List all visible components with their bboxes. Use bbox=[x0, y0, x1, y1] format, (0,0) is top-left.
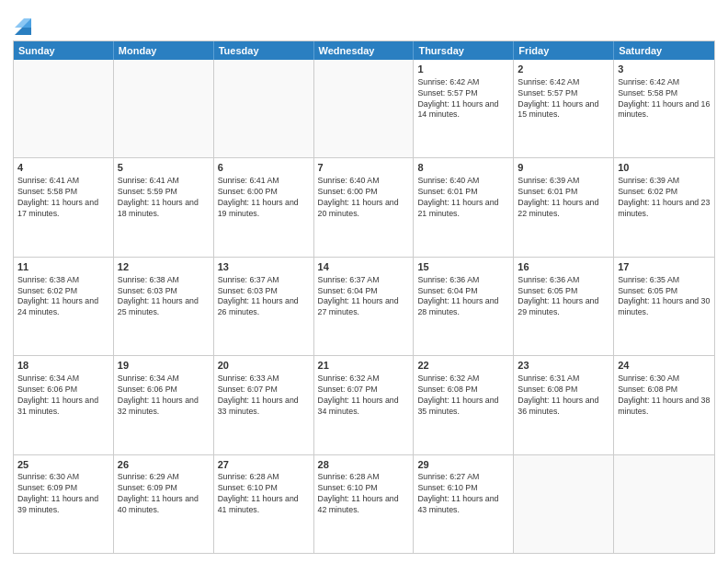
cell-info: Sunrise: 6:32 AM Sunset: 6:07 PM Dayligh… bbox=[318, 373, 410, 418]
table-row: 22Sunrise: 6:32 AM Sunset: 6:08 PM Dayli… bbox=[414, 356, 514, 454]
calendar-week-3: 18Sunrise: 6:34 AM Sunset: 6:06 PM Dayli… bbox=[14, 355, 714, 454]
day-number: 25 bbox=[17, 458, 109, 472]
cell-info: Sunrise: 6:40 AM Sunset: 6:01 PM Dayligh… bbox=[417, 176, 509, 220]
cell-info: Sunrise: 6:28 AM Sunset: 6:10 PM Dayligh… bbox=[218, 472, 310, 516]
cell-info: Sunrise: 6:34 AM Sunset: 6:06 PM Dayligh… bbox=[17, 373, 109, 418]
day-number: 20 bbox=[218, 359, 310, 373]
day-number: 6 bbox=[218, 161, 310, 175]
day-number: 15 bbox=[417, 260, 509, 274]
table-row: 15Sunrise: 6:36 AM Sunset: 6:04 PM Dayli… bbox=[414, 258, 514, 355]
day-number: 1 bbox=[417, 63, 509, 76]
day-number: 5 bbox=[118, 161, 210, 175]
table-row: 7Sunrise: 6:40 AM Sunset: 6:00 PM Daylig… bbox=[314, 158, 415, 256]
cell-info: Sunrise: 6:27 AM Sunset: 6:10 PM Dayligh… bbox=[417, 472, 509, 516]
cell-info: Sunrise: 6:37 AM Sunset: 6:04 PM Dayligh… bbox=[318, 275, 410, 319]
logo-icon bbox=[15, 9, 31, 35]
logo bbox=[13, 9, 31, 35]
table-row: 10Sunrise: 6:39 AM Sunset: 6:02 PM Dayli… bbox=[614, 158, 714, 256]
cell-info: Sunrise: 6:33 AM Sunset: 6:07 PM Dayligh… bbox=[218, 373, 310, 418]
table-row: 5Sunrise: 6:41 AM Sunset: 5:59 PM Daylig… bbox=[114, 158, 214, 256]
header-sunday: Sunday bbox=[14, 41, 114, 60]
cell-info: Sunrise: 6:37 AM Sunset: 6:03 PM Dayligh… bbox=[218, 275, 310, 319]
day-number: 12 bbox=[118, 260, 210, 274]
day-number: 7 bbox=[318, 161, 410, 175]
table-row: 16Sunrise: 6:36 AM Sunset: 6:05 PM Dayli… bbox=[514, 258, 614, 355]
cell-info: Sunrise: 6:30 AM Sunset: 6:09 PM Dayligh… bbox=[17, 472, 109, 516]
table-row: 29Sunrise: 6:27 AM Sunset: 6:10 PM Dayli… bbox=[414, 455, 514, 553]
table-row: 3Sunrise: 6:42 AM Sunset: 5:58 PM Daylig… bbox=[614, 60, 714, 157]
calendar-body: 1Sunrise: 6:42 AM Sunset: 5:57 PM Daylig… bbox=[14, 60, 714, 553]
day-number: 9 bbox=[518, 161, 609, 175]
table-row: 13Sunrise: 6:37 AM Sunset: 6:03 PM Dayli… bbox=[214, 258, 314, 355]
table-row bbox=[114, 60, 214, 157]
table-row: 2Sunrise: 6:42 AM Sunset: 5:57 PM Daylig… bbox=[514, 60, 614, 157]
day-number: 13 bbox=[218, 260, 310, 274]
table-row: 25Sunrise: 6:30 AM Sunset: 6:09 PM Dayli… bbox=[14, 455, 114, 553]
table-row: 14Sunrise: 6:37 AM Sunset: 6:04 PM Dayli… bbox=[314, 258, 415, 355]
table-row: 26Sunrise: 6:29 AM Sunset: 6:09 PM Dayli… bbox=[114, 455, 214, 553]
header-thursday: Thursday bbox=[414, 41, 514, 60]
table-row: 24Sunrise: 6:30 AM Sunset: 6:08 PM Dayli… bbox=[614, 356, 714, 454]
table-row: 28Sunrise: 6:28 AM Sunset: 6:10 PM Dayli… bbox=[314, 455, 415, 553]
cell-info: Sunrise: 6:36 AM Sunset: 6:05 PM Dayligh… bbox=[518, 275, 609, 319]
cell-info: Sunrise: 6:42 AM Sunset: 5:58 PM Dayligh… bbox=[618, 77, 711, 121]
table-row bbox=[614, 455, 714, 553]
table-row: 11Sunrise: 6:38 AM Sunset: 6:02 PM Dayli… bbox=[14, 258, 114, 355]
day-number: 16 bbox=[518, 260, 609, 274]
table-row: 23Sunrise: 6:31 AM Sunset: 6:08 PM Dayli… bbox=[514, 356, 614, 454]
cell-info: Sunrise: 6:39 AM Sunset: 6:02 PM Dayligh… bbox=[618, 176, 711, 220]
table-row: 8Sunrise: 6:40 AM Sunset: 6:01 PM Daylig… bbox=[414, 158, 514, 256]
cell-info: Sunrise: 6:41 AM Sunset: 5:58 PM Dayligh… bbox=[17, 176, 109, 220]
table-row: 19Sunrise: 6:34 AM Sunset: 6:06 PM Dayli… bbox=[114, 356, 214, 454]
calendar-header-row: Sunday Monday Tuesday Wednesday Thursday… bbox=[14, 41, 714, 60]
cell-info: Sunrise: 6:32 AM Sunset: 6:08 PM Dayligh… bbox=[417, 373, 509, 418]
table-row: 9Sunrise: 6:39 AM Sunset: 6:01 PM Daylig… bbox=[514, 158, 614, 256]
table-row bbox=[314, 60, 415, 157]
day-number: 14 bbox=[318, 260, 410, 274]
day-number: 24 bbox=[618, 359, 711, 373]
day-number: 29 bbox=[417, 458, 509, 472]
cell-info: Sunrise: 6:40 AM Sunset: 6:00 PM Dayligh… bbox=[318, 176, 410, 220]
day-number: 28 bbox=[318, 458, 410, 472]
day-number: 8 bbox=[417, 161, 509, 175]
day-number: 22 bbox=[417, 359, 509, 373]
day-number: 23 bbox=[518, 359, 609, 373]
cell-info: Sunrise: 6:34 AM Sunset: 6:06 PM Dayligh… bbox=[118, 373, 210, 418]
cell-info: Sunrise: 6:42 AM Sunset: 5:57 PM Dayligh… bbox=[417, 77, 509, 121]
svg-marker-1 bbox=[15, 18, 31, 28]
cell-info: Sunrise: 6:30 AM Sunset: 6:08 PM Dayligh… bbox=[618, 373, 711, 418]
calendar-week-4: 25Sunrise: 6:30 AM Sunset: 6:09 PM Dayli… bbox=[14, 454, 714, 553]
day-number: 27 bbox=[218, 458, 310, 472]
table-row: 12Sunrise: 6:38 AM Sunset: 6:03 PM Dayli… bbox=[114, 258, 214, 355]
day-number: 4 bbox=[17, 161, 109, 175]
day-number: 19 bbox=[118, 359, 210, 373]
cell-info: Sunrise: 6:28 AM Sunset: 6:10 PM Dayligh… bbox=[318, 472, 410, 516]
day-number: 18 bbox=[17, 359, 109, 373]
header bbox=[13, 9, 715, 35]
table-row: 21Sunrise: 6:32 AM Sunset: 6:07 PM Dayli… bbox=[314, 356, 415, 454]
day-number: 11 bbox=[17, 260, 109, 274]
calendar-week-0: 1Sunrise: 6:42 AM Sunset: 5:57 PM Daylig… bbox=[14, 60, 714, 157]
table-row: 18Sunrise: 6:34 AM Sunset: 6:06 PM Dayli… bbox=[14, 356, 114, 454]
table-row: 17Sunrise: 6:35 AM Sunset: 6:05 PM Dayli… bbox=[614, 258, 714, 355]
table-row bbox=[514, 455, 614, 553]
cell-info: Sunrise: 6:41 AM Sunset: 5:59 PM Dayligh… bbox=[118, 176, 210, 220]
calendar-week-2: 11Sunrise: 6:38 AM Sunset: 6:02 PM Dayli… bbox=[14, 257, 714, 355]
cell-info: Sunrise: 6:39 AM Sunset: 6:01 PM Dayligh… bbox=[518, 176, 609, 220]
day-number: 21 bbox=[318, 359, 410, 373]
header-tuesday: Tuesday bbox=[214, 41, 314, 60]
header-wednesday: Wednesday bbox=[314, 41, 415, 60]
cell-info: Sunrise: 6:36 AM Sunset: 6:04 PM Dayligh… bbox=[417, 275, 509, 319]
cell-info: Sunrise: 6:35 AM Sunset: 6:05 PM Dayligh… bbox=[618, 275, 711, 319]
day-number: 26 bbox=[118, 458, 210, 472]
cell-info: Sunrise: 6:31 AM Sunset: 6:08 PM Dayligh… bbox=[518, 373, 609, 418]
table-row: 20Sunrise: 6:33 AM Sunset: 6:07 PM Dayli… bbox=[214, 356, 314, 454]
day-number: 17 bbox=[618, 260, 711, 274]
header-friday: Friday bbox=[514, 41, 614, 60]
header-saturday: Saturday bbox=[614, 41, 714, 60]
table-row bbox=[14, 60, 114, 157]
page: Sunday Monday Tuesday Wednesday Thursday… bbox=[0, 0, 728, 563]
cell-info: Sunrise: 6:42 AM Sunset: 5:57 PM Dayligh… bbox=[518, 77, 609, 121]
cell-info: Sunrise: 6:38 AM Sunset: 6:02 PM Dayligh… bbox=[17, 275, 109, 319]
cell-info: Sunrise: 6:41 AM Sunset: 6:00 PM Dayligh… bbox=[218, 176, 310, 220]
